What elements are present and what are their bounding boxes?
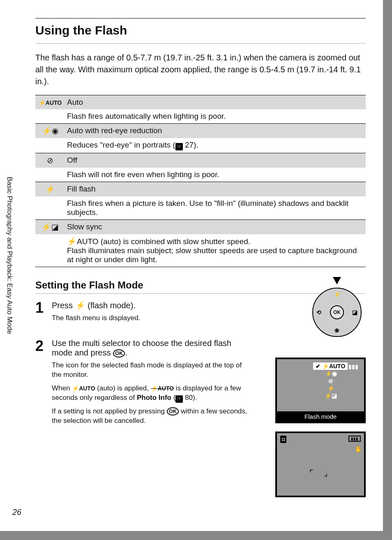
- lcd-flash-menu: ✔ ⚡AUTO ▮▮▮ ⚡◉ ⊘ ⚡ ⚡◪ Flash mode: [275, 358, 366, 423]
- table-row: ⚡◪ Slow sync: [35, 220, 366, 235]
- table-row: ⚡◉ Auto with red-eye reduction: [35, 124, 366, 138]
- menu-item-fill: ⚡: [302, 385, 360, 392]
- arrow-down-icon: [333, 277, 341, 284]
- shake-icon: ✋: [355, 445, 362, 453]
- table-row: ⚡AUTO (auto) is combined with slow shutt…: [35, 234, 366, 267]
- step-title: Press ⚡ (flash mode).: [52, 300, 253, 310]
- manual-page: Using the Flash The flash has a range of…: [0, 0, 383, 531]
- mode-name: Slow sync: [65, 220, 366, 235]
- slow-sync-icon: ⚡◪: [42, 223, 59, 231]
- rule-top: [35, 18, 366, 18]
- dial-right-exposure-icon: ◪: [352, 309, 357, 316]
- mode-name: Off: [65, 153, 366, 168]
- dial-left-timer-icon: ⟲: [316, 309, 321, 316]
- page-ref-icon: ☞: [175, 143, 183, 150]
- mode-desc: Flash will not fire even when lighting i…: [65, 168, 366, 182]
- multi-selector-dial: ⚡ ❀ ⟲ ◪ OK: [312, 288, 362, 337]
- step-number: 2: [35, 339, 52, 430]
- flash-icon: ⚡: [75, 301, 85, 310]
- mode-desc: Flash fires automatically when lighting …: [65, 109, 366, 124]
- dial-ok-button: OK: [330, 305, 344, 319]
- table-row: Flash fires automatically when lighting …: [35, 109, 366, 124]
- table-row: Reduces "red-eye" in portraits (☞ 27).: [35, 138, 366, 153]
- chapter-tab-label: Basic Photography and Playback: Easy Aut…: [5, 177, 14, 338]
- dial-up-flash-icon: ⚡: [334, 291, 341, 298]
- menu-item-redeye: ⚡◉: [302, 370, 360, 377]
- step-body-text: The icon for the selected flash mode is …: [52, 361, 249, 380]
- page-title: Using the Flash: [35, 23, 366, 37]
- focus-brackets-icon: ⌜ ⌟: [309, 468, 332, 478]
- ok-icon: OK: [167, 407, 179, 415]
- menu-selected-auto: ✔ ⚡AUTO: [313, 362, 348, 370]
- flash-modes-table: ⚡AUTO Auto Flash fires automatically whe…: [35, 95, 366, 267]
- step-number: 1: [35, 300, 52, 327]
- mode-name: Auto with red-eye reduction: [65, 124, 366, 138]
- lcd-shooting-screen: ◘ ▮▮▮ ✋ ⌜ ⌟: [275, 432, 366, 497]
- ok-icon: OK: [113, 349, 125, 358]
- mode-name: Auto: [65, 95, 366, 110]
- battery-icon: ▮▮▮: [348, 363, 358, 370]
- step-title: Use the multi selector to choose the des…: [52, 339, 253, 358]
- page-ref-icon: ☞: [175, 395, 183, 403]
- table-row: ⊘ Off: [35, 153, 366, 168]
- table-row: ⚡AUTO Auto: [35, 95, 366, 110]
- menu-item-slow: ⚡◪: [302, 392, 360, 399]
- flash-redeye-icon: ⚡◉: [42, 127, 59, 135]
- flash-auto-icon: ⚡AUTO: [72, 385, 95, 392]
- page-number: 26: [12, 508, 21, 517]
- flash-auto-icon: ⚡AUTO: [39, 99, 62, 106]
- step-body-text: When ⚡AUTO (auto) is applied, ⚡AUTO is d…: [52, 384, 249, 403]
- mode-name: Fill flash: [65, 182, 366, 197]
- flash-auto-outline-icon: ⚡AUTO: [151, 385, 174, 392]
- battery-icon: ▮▮▮: [348, 436, 361, 442]
- mode-desc: Reduces "red-eye" in portraits (☞ 27).: [65, 138, 366, 153]
- step-body-text: The flash menu is displayed.: [52, 314, 249, 323]
- table-row: ⚡ Fill flash: [35, 182, 366, 197]
- intro-paragraph: The flash has a range of 0.5-7.7 m (19.7…: [35, 52, 366, 88]
- menu-item-off: ⊘: [302, 377, 360, 385]
- flash-off-icon: ⊘: [47, 156, 53, 165]
- table-row: Flash fires when a picture is taken. Use…: [35, 196, 366, 220]
- camera-mode-icon: ◘: [280, 436, 286, 443]
- chapter-tab: Basic Photography and Playback: Easy Aut…: [0, 171, 23, 344]
- rule-under-title: [35, 43, 366, 44]
- lcd-caption: Flash mode: [277, 411, 364, 422]
- mode-desc: ⚡AUTO (auto) is combined with slow shutt…: [65, 234, 366, 267]
- step-body-text: If a setting is not applied by pressing …: [52, 407, 249, 426]
- table-row: Flash will not fire even when lighting i…: [35, 168, 366, 182]
- dial-down-macro-icon: ❀: [334, 327, 339, 334]
- mode-desc: Flash fires when a picture is taken. Use…: [65, 196, 366, 220]
- fill-flash-icon: ⚡: [45, 185, 55, 194]
